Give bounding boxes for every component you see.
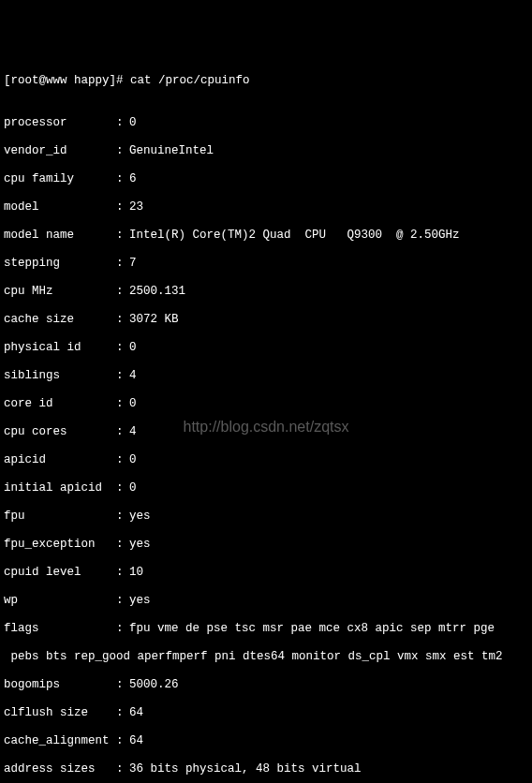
- cpuinfo-row: fpu:yes: [4, 510, 528, 524]
- field-label: apicid: [4, 453, 116, 467]
- field-sep: :: [116, 622, 129, 636]
- field-sep: :: [116, 510, 129, 524]
- field-sep: :: [116, 341, 129, 355]
- field-label: vendor_id: [4, 144, 116, 158]
- cpuinfo-row: model name:Intel(R) Core(TM)2 Quad CPU Q…: [4, 229, 528, 243]
- field-label: model: [4, 200, 116, 214]
- field-sep: :: [116, 762, 129, 776]
- cpuinfo-row: siblings:4: [4, 369, 528, 383]
- field-sep: :: [116, 257, 129, 271]
- field-label: processor: [4, 116, 116, 130]
- cpuinfo-row: cpu family:6: [4, 172, 528, 186]
- cpuinfo-row: cpu MHz:2500.131: [4, 285, 528, 299]
- field-label: siblings: [4, 369, 116, 383]
- cpuinfo-row: stepping:7: [4, 257, 528, 271]
- field-label: wp: [4, 594, 116, 608]
- field-label: fpu_exception: [4, 538, 116, 552]
- cpuinfo-row: core id:0: [4, 397, 528, 411]
- field-label: stepping: [4, 257, 116, 271]
- field-value: 4: [129, 369, 137, 383]
- field-value: 2500.131: [129, 285, 185, 299]
- field-value: yes: [129, 510, 151, 524]
- cpuinfo-row: cache_alignment:64: [4, 734, 528, 748]
- field-value: fpu vme de pse tsc msr pae mce cx8 apic …: [129, 622, 495, 636]
- field-value: 4: [129, 425, 137, 439]
- field-value: 3072 KB: [129, 313, 179, 327]
- cpuinfo-row: apicid:0: [4, 453, 528, 467]
- field-value: 0: [129, 397, 137, 411]
- cpuinfo-row: fpu_exception:yes: [4, 538, 528, 552]
- field-sep: :: [116, 566, 129, 580]
- field-value: 6: [129, 172, 137, 186]
- field-value: 64: [129, 706, 143, 720]
- cpuinfo-row: initial apicid:0: [4, 481, 528, 495]
- cpuinfo-row: model:23: [4, 200, 528, 214]
- field-label: clflush size: [4, 706, 116, 720]
- cpuinfo-row: cpu cores:4: [4, 425, 528, 439]
- field-value: 0: [129, 116, 137, 130]
- field-value: 23: [129, 200, 143, 214]
- shell-prompt: [root@www happy]# cat /proc/cpuinfo: [4, 74, 528, 88]
- field-value: GenuineIntel: [129, 144, 214, 158]
- field-label: cpu MHz: [4, 285, 116, 299]
- cpuinfo-row: address sizes:36 bits physical, 48 bits …: [4, 762, 528, 776]
- cpu-block-0: processor:0 vendor_id:GenuineIntel cpu f…: [4, 102, 528, 783]
- cpuinfo-row-cont: pebs bts rep_good aperfmperf pni dtes64 …: [4, 650, 528, 664]
- field-label: cpu family: [4, 172, 116, 186]
- field-label: address sizes: [4, 762, 116, 776]
- field-label: cache_alignment: [4, 734, 116, 748]
- field-value: 10: [129, 566, 143, 580]
- field-sep: :: [116, 229, 129, 243]
- field-label: cpu cores: [4, 425, 116, 439]
- field-label: bogomips: [4, 678, 116, 692]
- cpuinfo-row: processor:0: [4, 116, 528, 130]
- field-value: yes: [129, 538, 151, 552]
- field-sep: :: [116, 594, 129, 608]
- cpuinfo-row: physical id:0: [4, 341, 528, 355]
- field-sep: :: [116, 200, 129, 214]
- field-label: model name: [4, 229, 116, 243]
- field-sep: :: [116, 369, 129, 383]
- field-label: flags: [4, 622, 116, 636]
- cpuinfo-row: vendor_id:GenuineIntel: [4, 144, 528, 158]
- field-value: yes: [129, 594, 151, 608]
- field-label: initial apicid: [4, 481, 116, 495]
- terminal-output: [root@www happy]# cat /proc/cpuinfo proc…: [4, 60, 528, 783]
- cpuinfo-row: bogomips:5000.26: [4, 678, 528, 692]
- field-value: 5000.26: [129, 678, 179, 692]
- cpuinfo-row: cache size:3072 KB: [4, 313, 528, 327]
- field-label: cpuid level: [4, 566, 116, 580]
- field-value: 64: [129, 734, 143, 748]
- field-label: fpu: [4, 510, 116, 524]
- field-value: 0: [129, 453, 137, 467]
- field-sep: :: [116, 706, 129, 720]
- field-label: physical id: [4, 341, 116, 355]
- cpuinfo-row: flags:fpu vme de pse tsc msr pae mce cx8…: [4, 622, 528, 636]
- field-sep: :: [116, 453, 129, 467]
- field-value: Intel(R) Core(TM)2 Quad CPU Q9300 @ 2.50…: [129, 229, 460, 243]
- field-sep: :: [116, 116, 129, 130]
- field-value: 36 bits physical, 48 bits virtual: [129, 762, 362, 776]
- field-sep: :: [116, 425, 129, 439]
- field-sep: :: [116, 285, 129, 299]
- field-label: cache size: [4, 313, 116, 327]
- field-sep: :: [116, 397, 129, 411]
- cpuinfo-row: clflush size:64: [4, 706, 528, 720]
- cpuinfo-row: wp:yes: [4, 594, 528, 608]
- field-value: 0: [129, 341, 137, 355]
- field-value: 7: [129, 257, 137, 271]
- field-sep: :: [116, 313, 129, 327]
- field-value: 0: [129, 481, 137, 495]
- field-sep: :: [116, 678, 129, 692]
- field-sep: :: [116, 144, 129, 158]
- cpuinfo-row: cpuid level:10: [4, 566, 528, 580]
- field-sep: :: [116, 538, 129, 552]
- field-label: core id: [4, 397, 116, 411]
- field-sep: :: [116, 172, 129, 186]
- field-sep: :: [116, 734, 129, 748]
- field-sep: :: [116, 481, 129, 495]
